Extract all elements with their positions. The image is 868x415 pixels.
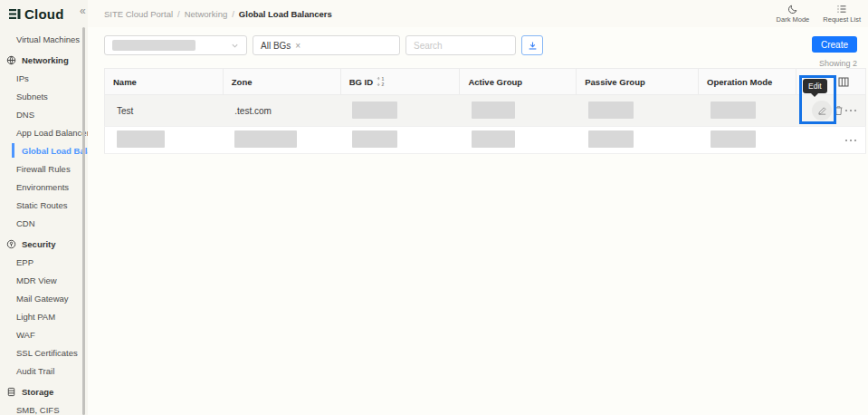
sidebar-item-ips[interactable]: IPs [0,69,88,87]
cell-bg-id [340,95,460,127]
sidebar: Cloud Virtual Machines Networking IPs Su… [0,0,88,415]
redacted-value [117,130,165,148]
cell-name [105,127,224,154]
sidebar-item-environments[interactable]: Environments [0,178,88,196]
column-header-zone[interactable]: Zone [223,69,340,95]
sidebar-item-smb-cifs[interactable]: SMB, CIFS [0,401,88,415]
cell-zone: .test.com [223,95,340,127]
redacted-value [711,101,756,119]
storage-icon [6,387,16,397]
download-button[interactable] [521,35,543,55]
brand-name: Cloud [24,6,64,22]
trash-icon [834,105,844,116]
more-actions-button[interactable] [844,109,857,112]
edit-button[interactable] [812,101,832,121]
bg-select-dropdown[interactable] [104,35,247,55]
redacted-value [588,101,634,119]
cloud-logo-icon [8,7,22,21]
delete-button[interactable] [834,105,844,116]
sidebar-item-virtual-machines[interactable]: Virtual Machines [0,30,88,48]
topbar: SITE Cloud Portal / Networking / Global … [88,0,868,27]
cell-active-group [460,127,577,154]
sidebar-item-global-load-balancers[interactable]: Global Load Balancers [0,141,88,159]
request-list-icon [836,4,847,14]
sidebar-nav: Virtual Machines Networking IPs Subnets … [0,27,88,415]
sidebar-item-audit-trail[interactable]: Audit Trail [0,362,88,380]
table-header-row: Name Zone BG ID 12 Active Group Passive … [105,69,866,95]
app-logo[interactable]: Cloud [0,0,88,27]
sidebar-item-subnets[interactable]: Subnets [0,87,88,105]
svg-text:2: 2 [381,82,384,87]
svg-text:1: 1 [381,76,384,82]
breadcrumb-separator: / [177,9,180,19]
breadcrumb-item-current: Global Load Balancers [239,9,332,19]
column-settings-icon[interactable] [838,77,849,87]
ellipsis-icon [844,139,857,142]
table-row[interactable] [105,127,866,154]
moon-icon [787,4,798,14]
cell-name: Test [105,95,224,127]
dark-mode-label: Dark Mode [777,15,810,24]
redacted-select-value [112,40,196,51]
redacted-value [234,130,297,148]
column-header-passive-group[interactable]: Passive Group [577,69,699,95]
sidebar-item-waf[interactable]: WAF [0,325,88,343]
sidebar-item-dns[interactable]: DNS [0,105,88,123]
more-actions-button[interactable] [844,139,857,142]
ellipsis-icon [844,109,857,112]
sidebar-item-static-routes[interactable]: Static Routes [0,196,88,214]
cell-operation-mode [699,127,796,154]
bg-filter-tag: All BGs [261,41,291,51]
sidebar-section-networking[interactable]: Networking [0,51,88,69]
showing-count: Showing 2 [819,59,857,68]
sidebar-section-storage[interactable]: Storage [0,382,88,401]
column-header-bg-id[interactable]: BG ID 12 [340,69,460,95]
request-list-label: Request List [823,15,861,24]
column-header-name[interactable]: Name [105,69,224,95]
sidebar-scrollbar[interactable] [82,27,85,415]
filter-bar: All BGs × [104,35,543,55]
redacted-value [352,101,397,119]
sidebar-item-app-load-balancers[interactable]: App Load Balancers [0,123,88,141]
numeric-sort-icon[interactable]: 12 [377,76,386,87]
sidebar-item-epp[interactable]: EPP [0,253,88,271]
create-button[interactable]: Create [812,36,857,53]
cell-zone [223,127,340,154]
column-header-active-group[interactable]: Active Group [460,69,577,95]
redacted-value [352,130,397,148]
remove-tag-icon[interactable]: × [295,41,300,51]
breadcrumb-separator: / [232,9,234,19]
sidebar-item-mdr-view[interactable]: MDR View [0,271,88,289]
search-input[interactable] [405,35,516,55]
sidebar-item-cdn[interactable]: CDN [0,214,88,232]
redacted-value [588,130,634,148]
redacted-value [472,130,515,148]
sidebar-section-security[interactable]: Security [0,235,88,253]
redacted-value [472,101,515,119]
table-row-test[interactable]: Test .test.com [105,95,866,127]
pencil-icon [817,106,827,116]
column-header-operation-mode[interactable]: Operation Mode [699,69,796,95]
cell-operation-mode [699,95,796,127]
cell-active-group [460,95,577,127]
cell-passive-group [577,127,699,154]
sidebar-item-light-pam[interactable]: Light PAM [0,307,88,325]
cell-actions [796,127,865,154]
globe-icon [6,55,16,65]
bg-filter-input[interactable]: All BGs × [253,35,400,55]
sidebar-item-ssl-certificates[interactable]: SSL Certificates [0,343,88,362]
cell-actions [796,95,865,127]
edit-tooltip: Edit [803,79,827,93]
breadcrumb: SITE Cloud Portal / Networking / Global … [104,9,332,19]
sidebar-item-firewall-rules[interactable]: Firewall Rules [0,159,88,178]
breadcrumb-item-networking[interactable]: Networking [185,9,228,19]
security-icon [6,239,16,249]
request-list-button[interactable]: Request List [823,4,861,24]
collapse-sidebar-icon[interactable]: « [80,5,86,16]
breadcrumb-item-portal[interactable]: SITE Cloud Portal [104,9,173,19]
sidebar-item-mail-gateway[interactable]: Mail Gateway [0,289,88,307]
main-content: All BGs × Create Showing 2 Name Zone BG … [88,27,868,415]
dark-mode-button[interactable]: Dark Mode [777,4,810,24]
cell-bg-id [340,127,460,154]
chevron-down-icon [231,42,239,50]
